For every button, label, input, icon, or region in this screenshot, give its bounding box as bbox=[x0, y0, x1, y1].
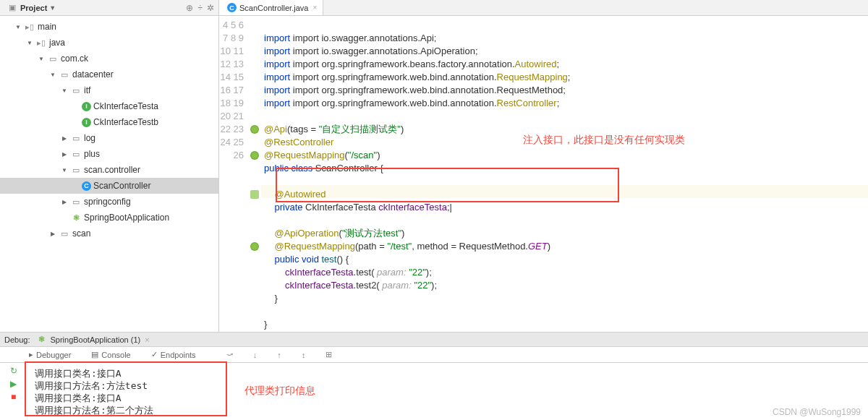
run-to-cursor-icon[interactable]: ↕ bbox=[302, 351, 306, 359]
close-icon[interactable]: × bbox=[312, 4, 317, 12]
console-output[interactable]: 调用接口类名:接口A 调用接口方法名:方法test 调用接口类名:接口A 调用接… bbox=[27, 363, 868, 420]
class-icon: C bbox=[227, 3, 237, 12]
gear-icon[interactable]: ✲ bbox=[207, 3, 214, 13]
folder-icon: ▸▯ bbox=[35, 37, 47, 48]
folder-icon: ▸▯ bbox=[24, 21, 35, 33]
package-icon: ▭ bbox=[70, 148, 82, 160]
run-mark-icon[interactable] bbox=[250, 151, 259, 160]
tree-label: CkInterfaceTestb bbox=[93, 117, 158, 127]
gutter-marks bbox=[248, 16, 261, 332]
chevron-icon[interactable]: ▼ bbox=[14, 24, 22, 30]
annotation-text-1: 注入接口，此接口是没有任何实现类 bbox=[523, 133, 685, 146]
interface-icon: I bbox=[82, 118, 91, 127]
project-panel: ▣ Project ▼ ⊕ ÷ ✲ ▼▸▯main▼▸▯java▼▭com.ck… bbox=[0, 0, 219, 332]
tab-console[interactable]: ▤Console bbox=[91, 350, 140, 359]
interface-icon: I bbox=[82, 102, 91, 111]
code-editor[interactable]: 4 5 6 7 8 9 10 11 12 13 14 15 16 17 18 1… bbox=[219, 16, 868, 332]
spring-icon: ❃ bbox=[70, 212, 82, 223]
tree-label: log bbox=[84, 133, 95, 143]
tree-label: ScanController bbox=[93, 181, 150, 191]
package-icon: ▭ bbox=[70, 196, 82, 207]
tree-item[interactable]: ▼▸▯main bbox=[0, 19, 218, 35]
tree-item[interactable]: ▶▭scan bbox=[0, 226, 218, 241]
tree-item[interactable]: ▼▭com.ck bbox=[0, 51, 218, 67]
run-mark-icon[interactable] bbox=[250, 125, 259, 134]
chevron-icon[interactable]: ▶ bbox=[61, 135, 68, 142]
chevron-icon[interactable]: ▶ bbox=[61, 199, 68, 205]
collapse-icon[interactable]: ÷ bbox=[197, 3, 203, 13]
tree-item[interactable]: CScanController bbox=[0, 178, 218, 194]
close-icon[interactable]: × bbox=[145, 335, 149, 344]
step-into-icon[interactable]: ↓ bbox=[253, 351, 258, 359]
package-icon: ▭ bbox=[59, 69, 70, 80]
package-icon: ▭ bbox=[47, 53, 59, 64]
watermark: CSDN @WuSong1999 bbox=[773, 407, 861, 417]
project-tree[interactable]: ▼▸▯main▼▸▯java▼▭com.ck▼▭datacenter▼▭itfI… bbox=[0, 16, 218, 332]
tree-item[interactable]: ▶▭plus bbox=[0, 146, 218, 162]
chevron-icon[interactable]: ▼ bbox=[38, 56, 45, 62]
tree-item[interactable]: ▶▭springconfig bbox=[0, 194, 218, 210]
package-icon: ▭ bbox=[70, 132, 82, 144]
tree-label: plus bbox=[84, 149, 100, 159]
tree-item[interactable]: ▼▭itf bbox=[0, 82, 218, 98]
tree-label: SpringBootApplication bbox=[84, 213, 169, 223]
nav-mark-icon[interactable] bbox=[250, 190, 259, 199]
chevron-icon[interactable]: ▼ bbox=[26, 40, 33, 46]
debug-panel: Debug: ❃ SpringBootApplication (1) × ▸De… bbox=[0, 333, 868, 420]
step-over-icon[interactable]: ⤻ bbox=[226, 350, 233, 359]
class-icon: C bbox=[82, 181, 91, 191]
chevron-icon[interactable]: ▼ bbox=[61, 167, 68, 173]
chevron-icon[interactable]: ▶ bbox=[49, 231, 56, 237]
tab-debugger[interactable]: ▸Debugger bbox=[29, 350, 81, 359]
tree-label: com.ck bbox=[61, 53, 88, 64]
annotation-text-2: 代理类打印信息 bbox=[244, 385, 315, 397]
tree-label: itf bbox=[84, 85, 90, 95]
package-icon: ▭ bbox=[70, 164, 82, 176]
tree-item[interactable]: ▶▭log bbox=[0, 130, 218, 146]
tree-label: scan.controller bbox=[84, 165, 140, 175]
tab-scancontroller[interactable]: C ScanController.java × bbox=[219, 0, 323, 15]
tree-label: main bbox=[38, 22, 56, 32]
debug-title: Debug: bbox=[4, 335, 30, 344]
run-mark-icon[interactable] bbox=[250, 242, 259, 251]
target-icon[interactable]: ⊕ bbox=[186, 3, 193, 13]
resume-icon[interactable]: ▶ bbox=[10, 379, 17, 392]
chevron-icon[interactable]: ▶ bbox=[61, 151, 68, 158]
line-gutter: 4 5 6 7 8 9 10 11 12 13 14 15 16 17 18 1… bbox=[219, 16, 248, 332]
evaluate-icon[interactable]: ⊞ bbox=[326, 350, 332, 359]
stop-icon[interactable]: ■ bbox=[11, 392, 16, 405]
tree-item[interactable]: ▼▭scan.controller bbox=[0, 162, 218, 178]
code-content[interactable]: import import io.swagger.annotations.Api… bbox=[261, 16, 868, 332]
step-out-icon[interactable]: ↑ bbox=[277, 351, 281, 359]
debug-toolbar: ↻ ▶ ■ bbox=[0, 363, 27, 420]
tree-label: datacenter bbox=[72, 69, 114, 80]
tree-item[interactable]: ▼▸▯java bbox=[0, 35, 218, 51]
tab-label: ScanController.java bbox=[239, 4, 308, 12]
editor-area: C ScanController.java × 4 5 6 7 8 9 10 1… bbox=[219, 0, 868, 332]
chevron-icon[interactable]: ▼ bbox=[61, 87, 68, 94]
tree-label: scan bbox=[72, 228, 90, 239]
editor-tabs: C ScanController.java × bbox=[219, 0, 868, 16]
project-toolbar: ▣ Project ▼ ⊕ ÷ ✲ bbox=[0, 0, 218, 16]
tree-item[interactable]: ▼▭datacenter bbox=[0, 67, 218, 82]
tree-item[interactable]: ICkInterfaceTesta bbox=[0, 98, 218, 114]
chevron-icon[interactable]: ▼ bbox=[49, 72, 56, 78]
package-icon: ▭ bbox=[70, 85, 82, 96]
tree-item[interactable]: ICkInterfaceTestb bbox=[0, 114, 218, 130]
chevron-down-icon[interactable]: ▼ bbox=[49, 4, 56, 12]
project-title: Project bbox=[20, 4, 47, 12]
tree-label: java bbox=[49, 38, 65, 48]
run-config-name: SpringBootApplication (1) bbox=[50, 335, 140, 344]
tree-label: CkInterfaceTesta bbox=[93, 101, 158, 111]
highlight-box-2 bbox=[25, 361, 227, 416]
folder-icon: ▣ bbox=[7, 2, 18, 14]
spring-icon: ❃ bbox=[35, 334, 47, 346]
package-icon: ▭ bbox=[59, 228, 70, 239]
tab-endpoints[interactable]: ✓Endpoints bbox=[151, 350, 206, 359]
rerun-icon[interactable]: ↻ bbox=[10, 366, 17, 379]
debug-sub-tabs: ▸Debugger ▤Console ✓Endpoints ⤻ ↓ ↑ ↕ ⊞ bbox=[0, 347, 868, 363]
tree-label: springconfig bbox=[84, 197, 131, 207]
tree-item[interactable]: ❃SpringBootApplication bbox=[0, 210, 218, 226]
